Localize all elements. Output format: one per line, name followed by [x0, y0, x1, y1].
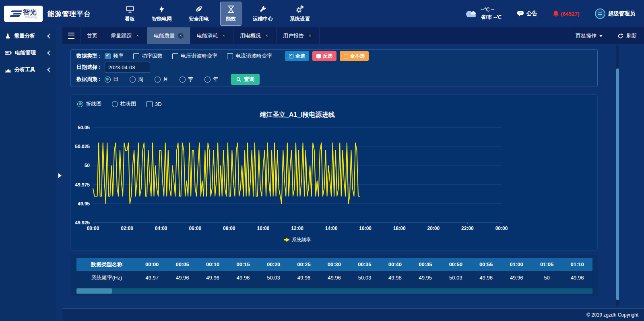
refresh-button[interactable]: 刷新	[610, 27, 644, 44]
checkbox-power-factor[interactable]: 功率因数	[133, 52, 163, 60]
table-cell: 50.03	[258, 271, 289, 284]
radio-icon[interactable]	[112, 101, 118, 107]
checkbox-icon[interactable]	[105, 53, 111, 59]
horizontal-scrollbar-thumb[interactable]	[76, 288, 112, 294]
checkbox-3d[interactable]: 3D	[147, 101, 162, 107]
radio-icon[interactable]	[77, 101, 83, 107]
sidebar-item-demand-analysis[interactable]: 需量分析	[0, 27, 56, 44]
checkbox-label: 电流谐波畸变率	[235, 52, 272, 60]
table-header-cell: 00:30	[319, 258, 349, 271]
radio-icon[interactable]	[180, 77, 186, 83]
radio-icon[interactable]	[204, 77, 211, 83]
nav-item-safe-power[interactable]: 安全用电	[183, 2, 215, 26]
hamburger-icon	[68, 33, 74, 39]
table-header-cell: 00:55	[471, 258, 501, 271]
x-axis-label: 14:00	[325, 226, 338, 231]
user-menu[interactable]: 超级管理员	[595, 8, 636, 19]
nav-item-dashboard[interactable]: 看板	[119, 2, 140, 26]
lightning-icon	[157, 5, 166, 14]
content-area: 数据类型 : 频率 功率因数 电压谐波畸变率 电流谐波畸变率	[62, 44, 644, 308]
checkbox-current-thd[interactable]: 电流谐波畸变率	[227, 52, 272, 60]
x-axis-label: 10:00	[257, 226, 270, 231]
close-icon[interactable]: ×	[135, 33, 140, 39]
table-header-cell: 00:45	[410, 258, 440, 271]
sidebar-item-label: 分析工具	[14, 66, 35, 73]
select-all-button[interactable]: 全选	[285, 51, 309, 61]
vertical-scrollbar-thumb[interactable]	[616, 68, 619, 300]
period-quarter[interactable]: 季	[180, 76, 193, 83]
weather-temp: --℃ --	[481, 6, 502, 14]
chevron-left-icon	[47, 50, 52, 56]
checkbox-icon[interactable]	[227, 53, 233, 59]
x-axis-label: 18:00	[393, 226, 406, 231]
close-icon[interactable]: ×	[178, 33, 184, 39]
data-type-label: 数据类型 :	[76, 52, 101, 60]
alarm-button[interactable]: (64527)	[553, 10, 580, 17]
chart-type-line[interactable]: 折线图	[77, 100, 101, 108]
tab-user-report[interactable]: 用户报告 ×	[277, 27, 320, 44]
checkbox-voltage-thd[interactable]: 电压谐波畸变率	[172, 52, 217, 60]
radio-icon[interactable]	[105, 77, 111, 83]
close-icon[interactable]: ×	[221, 33, 227, 39]
radio-icon[interactable]	[130, 77, 136, 83]
frequency-table: 数据类型名称00:0000:0500:1000:1500:2000:2500:3…	[76, 258, 592, 284]
horizontal-scrollbar[interactable]	[76, 288, 592, 294]
legend-system-frequency[interactable]: 系统频率	[93, 236, 502, 243]
close-icon[interactable]: ×	[307, 33, 313, 39]
tab-operations-dropdown[interactable]: 页签操作	[568, 27, 610, 44]
sidebar-item-analysis-tools[interactable]: 分析工具	[0, 61, 56, 78]
nav-item-system-settings[interactable]: 系统设置	[284, 2, 316, 26]
period-week[interactable]: 周	[130, 76, 143, 83]
select-none-button[interactable]: 全不选	[340, 51, 369, 61]
radio-icon[interactable]	[155, 77, 161, 83]
nav-label: 系统设置	[290, 16, 310, 23]
tab-home[interactable]: 首页	[80, 27, 104, 44]
menu-toggle-button[interactable]	[62, 27, 80, 44]
refresh-label: 刷新	[626, 32, 637, 39]
invert-selection-button[interactable]: 反选	[312, 51, 336, 61]
tab-power-quality[interactable]: 电能质量 ×	[147, 27, 190, 44]
tab-label: 需量跟踪	[111, 32, 132, 39]
nav-item-ops-center[interactable]: 运维中心	[247, 2, 279, 26]
table-header-cell: 00:40	[380, 258, 410, 271]
table-cell: 系统频率(Hz)	[76, 271, 137, 284]
weather-city: 省/市 --℃	[481, 14, 502, 21]
period-year[interactable]: 年	[204, 76, 218, 83]
checkbox-icon[interactable]	[172, 53, 178, 59]
tab-power-overview[interactable]: 用电概况 ×	[233, 27, 277, 44]
checkbox-icon[interactable]	[147, 101, 153, 107]
leaf-icon	[194, 5, 203, 14]
checked-box-icon	[289, 54, 293, 58]
tab-energy-consumption[interactable]: 电能消耗 ×	[190, 27, 233, 44]
period-month[interactable]: 月	[155, 76, 168, 83]
table-header-cell: 00:25	[289, 258, 319, 271]
nav-label: 运维中心	[253, 16, 273, 23]
table-header-row: 数据类型名称00:0000:0500:1000:1500:2000:2500:3…	[76, 258, 592, 271]
date-input[interactable]	[105, 62, 150, 73]
tab-demand-tracking[interactable]: 需量跟踪 ×	[104, 27, 147, 44]
vertical-scrollbar[interactable]	[616, 45, 619, 307]
notice-button[interactable]: 公告	[517, 10, 537, 17]
table-header-cell: 01:05	[532, 258, 562, 271]
nav-item-smart-grid[interactable]: 智能电网	[146, 2, 178, 26]
table-cell: 49.96	[319, 271, 349, 284]
nav-label: 安全用电	[189, 16, 209, 23]
tab-bar: 首页 需量跟踪 × 电能质量 × 电能消耗 × 用电概况 × 用户报告 × 页签…	[62, 27, 644, 44]
period-option-label: 周	[138, 76, 143, 83]
period-label: 数据周期 :	[76, 76, 101, 83]
chart-type-bar[interactable]: 柱状图	[112, 100, 136, 108]
query-button[interactable]: 查询	[231, 74, 260, 85]
x-axis-label: 06:00	[189, 226, 201, 231]
sidebar-item-energy-management[interactable]: 电能管理	[0, 44, 56, 61]
checkbox-frequency[interactable]: 频率	[105, 52, 124, 60]
invert-label: 反选	[323, 53, 332, 60]
date-label: 日期选择 :	[76, 64, 101, 71]
main-area: 首页 需量跟踪 × 电能质量 × 电能消耗 × 用电概况 × 用户报告 × 页签…	[62, 27, 644, 321]
nav-item-energy-efficiency[interactable]: 能效	[220, 2, 242, 26]
sidebar-collapse-handle[interactable]	[58, 173, 62, 178]
checkbox-icon[interactable]	[133, 53, 139, 59]
x-axis-label: 12:00	[291, 226, 303, 231]
table-cell: 49.97	[137, 271, 167, 284]
close-icon[interactable]: ×	[264, 33, 270, 39]
period-day[interactable]: 日	[105, 76, 118, 83]
